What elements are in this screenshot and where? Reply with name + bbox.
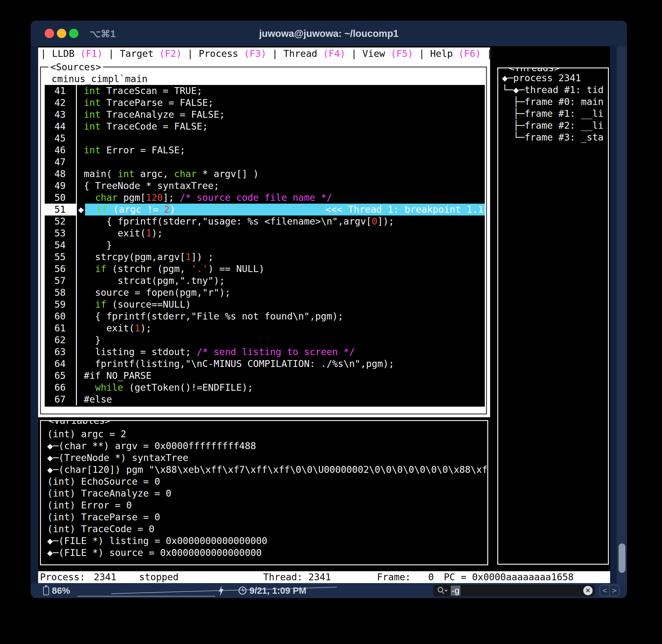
code-token: { TreeNode * syntaxTree; bbox=[84, 180, 219, 191]
line-code: if (source==NULL) bbox=[77, 299, 485, 310]
code-token: int bbox=[84, 145, 101, 156]
terminal-screen: | LLDB (F1) | Target (F2) | Process (F3)… bbox=[38, 46, 610, 583]
variable-row[interactable]: ◆─(char **) argv = 0x0000fffffffff488 bbox=[47, 440, 487, 452]
line-code bbox=[77, 156, 485, 168]
line-code: int Error = FALSE; bbox=[77, 144, 485, 156]
process-label: Process: bbox=[40, 571, 85, 583]
battery-percentage: 86% bbox=[52, 585, 70, 596]
line-number: 54 bbox=[45, 239, 76, 251]
code-token: TraceCode = FALSE; bbox=[101, 121, 208, 132]
code-token: TraceParse = FALSE; bbox=[101, 97, 214, 108]
thread-tree-thread-1[interactable]: └─◆─thread #1: tid bbox=[502, 84, 608, 96]
line-code: #if NO_PARSE bbox=[77, 370, 485, 382]
sources-panel: <Sources> cminus_cimpl`main 41int TraceS… bbox=[40, 67, 487, 414]
line-number: 43 bbox=[45, 109, 76, 120]
menu-separator: | bbox=[481, 48, 492, 59]
source-line-61: 61 exit(1); bbox=[45, 322, 485, 334]
variable-row[interactable]: (int) TraceAnalyze = 0 bbox=[47, 487, 487, 499]
variable-row[interactable]: ◆─(FILE *) source = 0x0000000000000000 bbox=[47, 547, 487, 559]
line-code: { fprintf(stderr,"File %s not found\n",p… bbox=[77, 310, 485, 322]
code-token: Error = FALSE; bbox=[101, 145, 185, 156]
variables-panel-title: <Variables> bbox=[47, 420, 112, 427]
scrollbar-track[interactable] bbox=[617, 46, 627, 583]
line-number: 50 bbox=[45, 192, 76, 204]
battery-icon bbox=[43, 586, 49, 595]
search-input-value[interactable]: -g bbox=[451, 585, 460, 596]
variable-row[interactable]: ◆─(TreeNode *) syntaxTree bbox=[47, 452, 487, 464]
breakpoint-marker: ◆ bbox=[77, 204, 85, 215]
search-field[interactable]: -g ✕ bbox=[433, 585, 595, 597]
source-line-52: 52 { fprintf(stderr,"usage: %s <filename… bbox=[45, 215, 485, 227]
code-token: ]; bbox=[163, 192, 180, 203]
line-code: { fprintf(stderr,"usage: %s <filename>\n… bbox=[77, 215, 485, 227]
line-code: fprintf(listing,"\nC-MINUS COMPILATION: … bbox=[77, 358, 485, 370]
line-number: 67 bbox=[45, 393, 76, 406]
variable-row[interactable]: ◆─(FILE *) listing = 0x0000000000000000 bbox=[47, 535, 487, 547]
prev-match-button[interactable]: < bbox=[600, 585, 609, 596]
thread-tree-frame-2[interactable]: ├─frame #2: __li bbox=[502, 120, 608, 132]
sources-panel-title: <Sources> bbox=[48, 61, 103, 73]
source-line-47: 47 bbox=[45, 156, 485, 168]
code-token: 1 bbox=[185, 251, 191, 262]
line-code: int TraceScan = TRUE; bbox=[77, 85, 485, 97]
code-token: listing = stdout; bbox=[84, 346, 197, 357]
menu-item-fkey: (F2) bbox=[159, 48, 182, 59]
menu-item-process[interactable]: Process (F3) bbox=[199, 48, 267, 59]
code-token: if bbox=[95, 299, 106, 310]
code-token: char bbox=[174, 168, 197, 179]
menu-item-lldb[interactable]: LLDB (F1) bbox=[52, 48, 103, 59]
source-line-42: 42int TraceParse = FALSE; bbox=[45, 97, 485, 109]
source-line-41: 41int TraceScan = TRUE; bbox=[45, 85, 485, 97]
code-token: } bbox=[84, 239, 112, 251]
variable-row[interactable]: (int) TraceParse = 0 bbox=[47, 511, 487, 523]
clear-search-button[interactable]: ✕ bbox=[583, 586, 593, 595]
source-line-48: 48main( int argc, char * argv[] ) bbox=[45, 168, 485, 180]
line-code: main( int argc, char * argv[] ) bbox=[77, 168, 485, 180]
line-code: listing = stdout; /* send listing to scr… bbox=[77, 346, 485, 358]
variable-row[interactable]: (int) TraceCode = 0 bbox=[47, 523, 487, 535]
source-line-50: 50 char pgm[120]; /* source code file na… bbox=[45, 192, 485, 204]
scrollbar-thumb[interactable] bbox=[619, 544, 625, 573]
source-line-63: 63 listing = stdout; /* send listing to … bbox=[45, 346, 485, 358]
current-symbol: cminus_cimpl`main bbox=[51, 73, 148, 85]
thread-tree-frame-0[interactable]: ├─frame #0: main bbox=[502, 96, 608, 108]
line-code: #else bbox=[77, 393, 485, 406]
menu-item-target[interactable]: Target (F2) bbox=[120, 48, 182, 59]
menu-item-fkey: (F6) bbox=[459, 48, 481, 59]
menu-item-help[interactable]: Help (F6) bbox=[430, 48, 481, 59]
line-number: 65 bbox=[45, 370, 76, 382]
thread-tree-frame-3[interactable]: └─frame #3: _sta bbox=[502, 132, 608, 143]
code-token: main( bbox=[84, 168, 117, 179]
code-token: strcpy(pgm,argv[ bbox=[84, 251, 185, 262]
line-code bbox=[77, 133, 485, 144]
current-line-highlight: if (argc != 2)<<< Thread 1: breakpoint 1… bbox=[85, 204, 485, 215]
line-number: 51 bbox=[45, 204, 76, 215]
thread-tree-frame-1[interactable]: ├─frame #1: __li bbox=[502, 108, 608, 120]
line-code: char pgm[120]; /* source code file name … bbox=[77, 192, 485, 204]
line-code: int TraceParse = FALSE; bbox=[77, 97, 485, 109]
code-token bbox=[84, 192, 95, 203]
code-token: 2 bbox=[164, 204, 170, 215]
code-listing: 41int TraceScan = TRUE;42int TraceParse … bbox=[45, 85, 485, 407]
menu-item-thread[interactable]: Thread (F4) bbox=[284, 48, 346, 59]
line-code: ◆ if (argc != 2)<<< Thread 1: breakpoint… bbox=[77, 204, 485, 215]
line-number: 49 bbox=[45, 180, 76, 192]
variable-row[interactable]: (int) Error = 0 bbox=[47, 499, 487, 511]
menu-item-label: Thread bbox=[284, 48, 317, 59]
variables-panel: <Variables> (int) argc = 2◆─(char **) ar… bbox=[40, 420, 488, 565]
line-number: 59 bbox=[45, 299, 76, 310]
variable-row[interactable]: ◆─(char[120]) pgm "\x88\xeb\xff\xf7\xff\… bbox=[47, 464, 487, 476]
menu-item-view[interactable]: View (F5) bbox=[362, 48, 414, 59]
code-token: argc, bbox=[135, 168, 174, 179]
variable-row[interactable]: (int) argc = 2 bbox=[47, 428, 487, 440]
next-match-button[interactable]: > bbox=[609, 585, 619, 596]
code-token: while bbox=[95, 382, 123, 393]
variable-row[interactable]: (int) EchoSource = 0 bbox=[47, 476, 487, 487]
code-token: (source==NULL) bbox=[106, 299, 191, 310]
source-line-53: 53 exit(1); bbox=[45, 227, 485, 239]
pc-value: PC = 0x0000aaaaaaaa1658 bbox=[444, 571, 574, 583]
code-token: } bbox=[84, 335, 101, 345]
line-number: 55 bbox=[45, 251, 76, 263]
source-line-55: 55 strcpy(pgm,argv[1]) ; bbox=[45, 251, 485, 263]
source-line-58: 58 source = fopen(pgm,"r"); bbox=[45, 287, 485, 299]
